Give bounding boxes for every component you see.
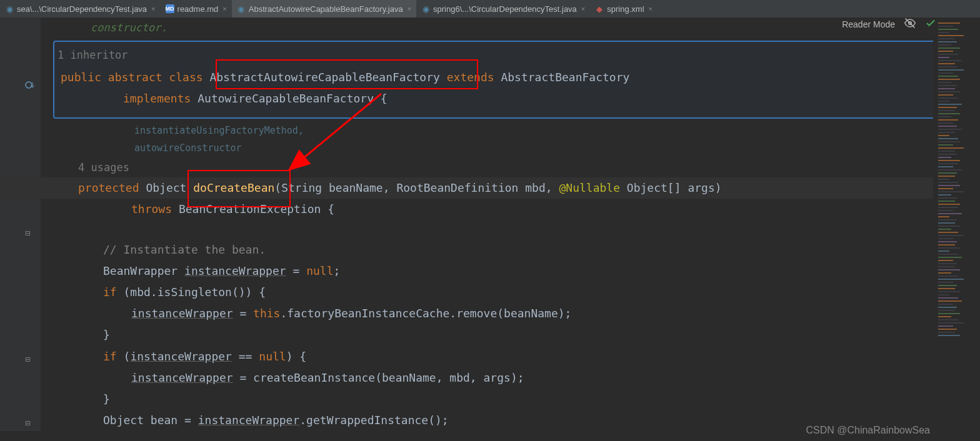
tab-file[interactable]: ◉ AbstractAutowireCapableBeanFactory.jav… bbox=[232, 0, 416, 17]
hint-line: autowireConstructor bbox=[134, 139, 971, 157]
tab-file[interactable]: ◆ spring.xml × bbox=[590, 0, 658, 17]
keyword: extends bbox=[447, 71, 494, 84]
minimap-content bbox=[933, 17, 980, 341]
close-icon[interactable]: × bbox=[408, 5, 411, 12]
keyword: public abstract class bbox=[61, 71, 203, 84]
java-icon: ◉ bbox=[237, 4, 246, 13]
params: Object[] args) bbox=[620, 181, 722, 194]
return-type: Object bbox=[146, 181, 186, 194]
doc-comment: constructor. bbox=[53, 17, 971, 37]
code-line: } bbox=[53, 389, 971, 410]
eye-off-icon[interactable] bbox=[904, 17, 916, 31]
fold-icon[interactable]: ⊟ bbox=[25, 351, 30, 368]
keyword: implements bbox=[123, 92, 191, 105]
highlighted-declaration: 1 inheritor public abstract class Abstra… bbox=[53, 41, 971, 119]
code-area[interactable]: constructor. 1 inheritor public abstract… bbox=[44, 17, 980, 431]
inheritor-hint[interactable]: 1 inheritor bbox=[58, 45, 963, 66]
implements-clause: implements AutowireCapableBeanFactory { bbox=[61, 88, 963, 109]
method-declaration: protected Object doCreateBean(String bea… bbox=[0, 177, 971, 199]
tab-file[interactable]: ◉ spring6\...\CircularDependencyTest.jav… bbox=[416, 0, 590, 17]
class-name: AbstractAutowireCapableBeanFactory bbox=[209, 71, 439, 84]
class-declaration: public abstract class AbstractAutowireCa… bbox=[61, 67, 963, 88]
override-icon[interactable] bbox=[25, 79, 35, 96]
fold-icon[interactable]: ⊟ bbox=[25, 415, 30, 432]
hint-line: instantiateUsingFactoryMethod, bbox=[134, 122, 971, 140]
watermark: CSDN @ChinaRainbowSea bbox=[806, 425, 930, 436]
tab-label: spring.xml bbox=[607, 4, 644, 14]
params: (String beanName, RootBeanDefinition mbd… bbox=[274, 181, 559, 194]
annotation: @Nullable bbox=[559, 181, 620, 194]
code-line: BeanWrapper instanceWrapper = null; bbox=[53, 260, 971, 282]
method-name: doCreateBean bbox=[193, 181, 274, 194]
gutter: ⊟ ⊟ ⊟ bbox=[0, 17, 41, 431]
exception-type: BeanCreationException bbox=[179, 202, 321, 216]
code-editor[interactable]: ⊟ ⊟ ⊟ constructor. 1 inheritor public ab… bbox=[0, 17, 980, 431]
close-icon[interactable]: × bbox=[581, 5, 585, 12]
tab-label: sea\...\CircularDependencyTest.java bbox=[17, 4, 147, 14]
reader-mode-label[interactable]: Reader Mode bbox=[842, 19, 895, 29]
minimap[interactable] bbox=[933, 17, 980, 441]
code-line: instanceWrapper = this.factoryBeanInstan… bbox=[53, 303, 971, 324]
close-icon[interactable]: × bbox=[222, 5, 226, 12]
reader-mode-bar: Reader Mode bbox=[842, 17, 936, 31]
java-icon: ◉ bbox=[5, 4, 14, 13]
tab-label: spring6\...\CircularDependencyTest.java bbox=[433, 4, 577, 14]
tab-label: readme.md bbox=[178, 4, 219, 14]
tab-file[interactable]: MD readme.md × bbox=[161, 0, 232, 17]
parent-class: AbstractBeanFactory bbox=[501, 71, 629, 84]
throws-clause: throws BeanCreationException { bbox=[53, 199, 971, 220]
code-line: if (instanceWrapper == null) { bbox=[53, 346, 971, 367]
tabs-bar: ◉ sea\...\CircularDependencyTest.java × … bbox=[0, 0, 980, 17]
check-icon[interactable] bbox=[925, 17, 936, 31]
code-line: } bbox=[53, 324, 971, 345]
code-comment: // Instantiate the bean. bbox=[53, 239, 971, 260]
java-icon: ◉ bbox=[421, 4, 430, 13]
tab-file[interactable]: ◉ sea\...\CircularDependencyTest.java × bbox=[0, 0, 161, 17]
xml-icon: ◆ bbox=[595, 4, 604, 13]
svg-point-2 bbox=[26, 82, 32, 88]
code-line: instanceWrapper = createBeanInstance(bea… bbox=[53, 367, 971, 389]
close-icon[interactable]: × bbox=[151, 5, 155, 12]
close-icon[interactable]: × bbox=[649, 5, 652, 12]
keyword: protected bbox=[78, 181, 139, 194]
interface-name: AutowireCapableBeanFactory bbox=[198, 92, 374, 105]
md-icon: MD bbox=[166, 4, 174, 13]
code-line: if (mbd.isSingleton()) { bbox=[53, 282, 971, 303]
keyword: throws bbox=[131, 202, 172, 216]
folded-hint[interactable]: instantiateUsingFactoryMethod, autowireC… bbox=[53, 122, 971, 157]
brace: { bbox=[381, 92, 388, 105]
fold-icon[interactable]: ⊟ bbox=[25, 225, 30, 242]
tab-label: AbstractAutowireCapableBeanFactory.java bbox=[249, 4, 403, 14]
usages-hint[interactable]: 4 usages bbox=[78, 157, 971, 177]
brace: { bbox=[328, 202, 334, 216]
